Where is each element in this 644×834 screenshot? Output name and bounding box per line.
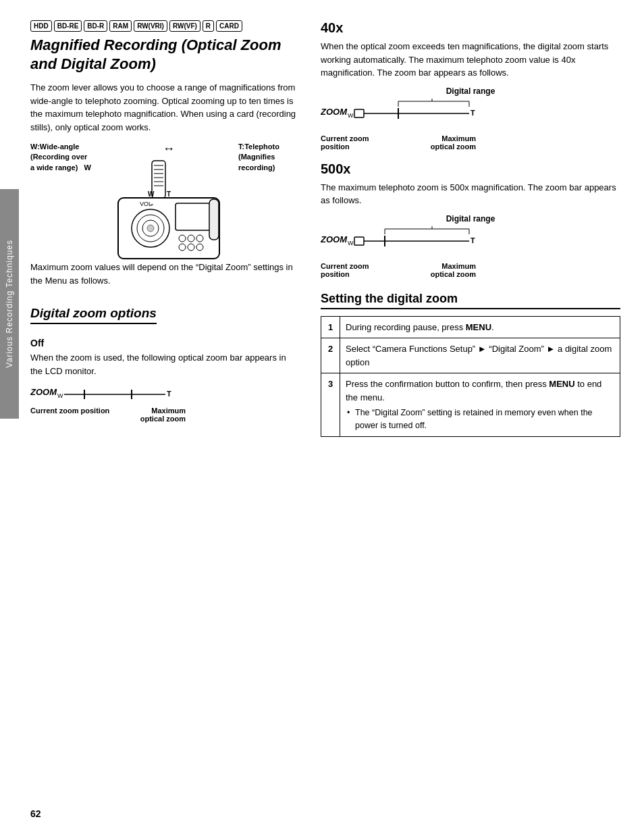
camera-svg: W T VOL [105, 157, 233, 262]
steps-table: 1 During recording pause, press MENU. 2 … [321, 316, 620, 437]
camera-label-right: T:Telephoto (Magnifies recording) [238, 142, 300, 173]
step1-punct: . [491, 322, 494, 332]
heading-500x: 500x [321, 161, 620, 177]
step-number-2: 2 [321, 338, 340, 373]
badge-rwvri: RW(VRI) [134, 20, 167, 32]
svg-point-22 [196, 244, 203, 251]
step-row-3: 3 Press the confirmation button to confi… [321, 373, 620, 437]
intro-text: The zoom lever allows you to choose a ra… [30, 81, 300, 134]
badge-bdr: BD-R [84, 20, 107, 32]
side-tab-label: Various Recording Techniques [5, 240, 14, 368]
step2-text2: “Digital Zoom” [487, 344, 547, 354]
zoom-diagram-500x: Digital range ZOOM W T [321, 214, 620, 278]
badge-bdre: BD-RE [54, 20, 82, 32]
step-row-1: 1 During recording pause, press MENU. [321, 316, 620, 338]
step3-bold: MENU [549, 379, 574, 389]
setting-title: Setting the digital zoom [321, 292, 620, 309]
label-telephoto-line2: (Magnifies [238, 152, 300, 162]
off-zoom-left: Current zoom position [30, 407, 109, 423]
badge-card: CARD [216, 20, 242, 32]
svg-text:W: W [348, 240, 354, 246]
off-zoom-svg: ZOOM W T [30, 384, 192, 405]
svg-point-17 [179, 235, 186, 242]
camera-label-left: W:Wide-angle (Recording over a wide rang… [30, 142, 105, 173]
label-wide-angle-title: W:Wide-angle [30, 142, 105, 152]
page-number: 62 [30, 808, 41, 819]
label-telephoto-line3: recording) [238, 163, 300, 173]
svg-text:VOL: VOL [140, 201, 152, 207]
camera-diagram: W:Wide-angle (Recording over a wide rang… [30, 142, 300, 250]
digital-range-500x-label: Digital range [321, 214, 620, 224]
wt-arrow: ↔ [105, 142, 233, 156]
svg-point-15 [147, 225, 154, 232]
svg-text:T: T [167, 390, 171, 398]
40x-zoom-captions: Current zoom position Maximum optical zo… [321, 134, 476, 151]
label-wide-angle-line3: a wide range) W [30, 163, 105, 173]
step2-text1: Select “Camera Functions Setup” [346, 344, 478, 354]
text-40x: When the optical zoom exceeds ten magnif… [321, 40, 620, 80]
camera-illustration: ↔ W T [105, 142, 233, 250]
label-telephoto-title: T:Telephoto [238, 142, 300, 152]
svg-point-20 [179, 244, 186, 251]
badge-hdd: HDD [30, 20, 52, 32]
badge-row: HDD BD-RE BD-R RAM RW(VRI) RW(VF) R CARD [30, 20, 300, 32]
step-number-3: 3 [321, 373, 340, 437]
svg-rect-34 [354, 109, 364, 118]
500x-zoom-right: Maximum optical zoom [431, 262, 476, 278]
svg-text:T: T [167, 190, 171, 198]
setting-digital-zoom: Setting the digital zoom 1 During record… [321, 292, 620, 437]
badge-ram: RAM [109, 20, 132, 32]
off-zoom-captions: Current zoom position Maximum optical zo… [30, 407, 186, 423]
40x-zoom-left: Current zoom position [321, 134, 369, 151]
svg-text:W: W [148, 190, 155, 198]
text-500x: The maximum telephoto zoom is 500x magni… [321, 181, 620, 207]
step2-arrow: ► [478, 344, 487, 354]
step-content-3: Press the confirmation button to confirm… [340, 373, 620, 437]
zoom-svg-40x: ZOOM W T [321, 97, 510, 131]
step-content-2: Select “Camera Functions Setup” ► “Digit… [340, 338, 620, 373]
section-500x: 500x The maximum telephoto zoom is 500x … [321, 161, 620, 278]
step2-arrow2: ► [547, 344, 556, 354]
zoom-svg-500x: ZOOM W T [321, 225, 510, 259]
section-40x: 40x When the optical zoom exceeds ten ma… [321, 20, 620, 151]
zoom-diagram-40x: Digital range ZOOM W T [321, 86, 620, 151]
svg-point-19 [196, 235, 203, 242]
badge-r: R [203, 20, 214, 32]
step-content-1: During recording pause, press MENU. [340, 316, 620, 338]
side-tab: Various Recording Techniques [0, 189, 19, 419]
svg-point-21 [188, 244, 194, 251]
label-wide-angle-line2: (Recording over [30, 152, 105, 162]
max-zoom-text: Maximum zoom values will depend on the “… [30, 261, 300, 287]
off-heading: Off [30, 338, 300, 348]
step1-text: During recording pause, press [346, 322, 466, 332]
500x-zoom-left: Current zoom position [321, 262, 369, 278]
off-text: When the zoom is used, the following opt… [30, 351, 300, 377]
svg-text:T: T [471, 109, 475, 117]
step3-text1: Press the confirmation button to confirm… [346, 379, 549, 389]
off-zoom-right: Maximum optical zoom [140, 407, 186, 423]
svg-rect-11 [118, 198, 219, 259]
step-row-2: 2 Select “Camera Functions Setup” ► “Dig… [321, 338, 620, 373]
step-number-1: 1 [321, 316, 340, 338]
digital-zoom-options-title: Digital zoom options [30, 306, 157, 324]
40x-zoom-right: Maximum optical zoom [431, 134, 476, 151]
svg-text:ZOOM: ZOOM [321, 107, 348, 117]
right-column: 40x When the optical zoom exceeds ten ma… [314, 20, 620, 814]
heading-40x: 40x [321, 20, 620, 36]
badge-rwvf: RW(VF) [169, 20, 200, 32]
step3-bullet: The “Digital Zoom” setting is retained i… [346, 407, 614, 432]
left-column: HDD BD-RE BD-R RAM RW(VRI) RW(VF) R CARD… [30, 20, 314, 814]
step1-bold: MENU [466, 322, 491, 332]
svg-text:ZOOM: ZOOM [30, 387, 57, 397]
svg-text:ZOOM: ZOOM [321, 234, 348, 244]
svg-rect-23 [209, 199, 219, 240]
page-title: Magnified Recording (Optical Zoom and Di… [30, 36, 300, 73]
svg-text:W: W [348, 112, 354, 119]
500x-zoom-captions: Current zoom position Maximum optical zo… [321, 262, 476, 278]
svg-text:W: W [57, 392, 63, 399]
svg-rect-44 [354, 237, 364, 245]
svg-text:T: T [471, 236, 475, 244]
svg-rect-16 [176, 203, 213, 230]
off-zoom-bar: ZOOM W T Current zoom position Maximum o… [30, 384, 300, 423]
svg-point-18 [188, 235, 194, 242]
